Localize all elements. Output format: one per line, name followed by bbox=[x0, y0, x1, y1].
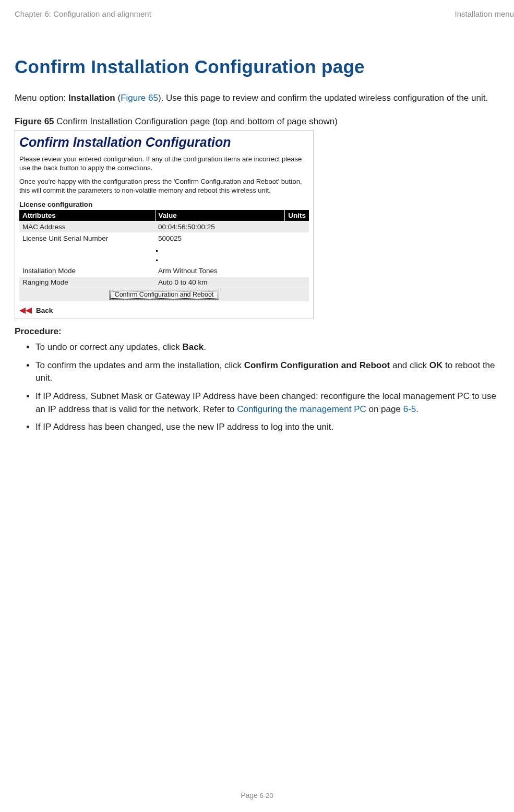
page-title: Confirm Installation Configuration page bbox=[15, 56, 499, 77]
list-item: To undo or correct any updates, click Ba… bbox=[35, 341, 499, 354]
cell-val: 00:04:56:50:00:25 bbox=[155, 221, 285, 233]
li-link[interactable]: 6-5 bbox=[403, 404, 416, 414]
intro-prefix: Menu option: bbox=[15, 93, 68, 103]
config-table-top: Attributes Value Units MAC Address 00:04… bbox=[19, 210, 309, 244]
cell-val: Auto 0 to 40 km bbox=[155, 277, 285, 288]
table-row: License Unit Serial Number 500025 bbox=[19, 233, 309, 244]
li-text: . bbox=[416, 404, 419, 414]
li-bold: Confirm Configuration and Reboot bbox=[244, 360, 390, 370]
cell-attr: MAC Address bbox=[19, 221, 155, 233]
cell-attr: Ranging Mode bbox=[19, 277, 155, 288]
li-text: and click bbox=[390, 360, 429, 370]
li-text: To undo or correct any updates, click bbox=[35, 342, 183, 352]
procedure-list: To undo or correct any updates, click Ba… bbox=[15, 341, 499, 434]
table-header-row: Attributes Value Units bbox=[19, 210, 309, 221]
cell-unit bbox=[285, 221, 309, 233]
cell-val: Arm Without Tones bbox=[155, 265, 285, 277]
list-item: If IP Address has been changed, use the … bbox=[35, 421, 499, 434]
intro-mid: ( bbox=[115, 93, 121, 103]
cell-unit bbox=[285, 233, 309, 244]
li-text: To confirm the updates and arm the insta… bbox=[35, 360, 244, 370]
intro-link[interactable]: Figure 65 bbox=[121, 93, 158, 103]
cell-val: 500025 bbox=[155, 233, 285, 244]
panel-title: Confirm Installation Configuration bbox=[19, 135, 309, 150]
cell-unit bbox=[285, 265, 309, 277]
back-link[interactable]: Back bbox=[19, 307, 309, 314]
table-row: Ranging Mode Auto 0 to 40 km bbox=[19, 277, 309, 288]
figure-caption: Figure 65 Confirm Installation Configura… bbox=[15, 116, 499, 127]
svg-marker-1 bbox=[26, 308, 32, 314]
li-bold: OK bbox=[429, 360, 443, 370]
truncation-dots bbox=[19, 244, 309, 265]
procedure-heading: Procedure: bbox=[15, 326, 499, 337]
svg-marker-0 bbox=[19, 308, 26, 314]
figure-caption-text: Confirm Installation Configuration page … bbox=[54, 116, 338, 126]
config-table-bottom: Installation Mode Arm Without Tones Rang… bbox=[19, 265, 309, 301]
table-row: Installation Mode Arm Without Tones bbox=[19, 265, 309, 277]
figure-label: Figure 65 bbox=[15, 116, 54, 126]
list-item: If IP Address, Subnet Mask or Gateway IP… bbox=[35, 390, 499, 416]
cell-attr: License Unit Serial Number bbox=[19, 233, 155, 244]
li-text: . bbox=[204, 342, 206, 352]
footer-page-number: 6-20 bbox=[260, 792, 273, 799]
back-arrows-icon bbox=[19, 307, 33, 314]
footer-label: Page bbox=[241, 791, 260, 799]
intro-bold: Installation bbox=[68, 93, 115, 103]
header-right: Installation menu bbox=[455, 9, 514, 18]
cell-attr: Installation Mode bbox=[19, 265, 155, 277]
table-row: MAC Address 00:04:56:50:00:25 bbox=[19, 221, 309, 233]
intro-suffix: ). Use this page to review and confirm t… bbox=[158, 93, 488, 103]
intro-paragraph: Menu option: Installation (Figure 65). U… bbox=[15, 92, 499, 105]
panel-p1: Please review your entered configuration… bbox=[19, 155, 309, 173]
main-content: Confirm Installation Configuration page … bbox=[15, 56, 499, 434]
back-label: Back bbox=[36, 307, 53, 314]
header-left: Chapter 6: Configuration and alignment bbox=[15, 9, 151, 18]
figure-box: Confirm Installation Configuration Pleas… bbox=[15, 130, 314, 320]
li-text: If IP Address has been changed, use the … bbox=[35, 422, 333, 432]
li-text: on page bbox=[366, 404, 403, 414]
page-footer: Page 6-20 bbox=[0, 791, 514, 799]
list-item: To confirm the updates and arm the insta… bbox=[35, 359, 499, 385]
li-bold: Back bbox=[183, 342, 204, 352]
section-label: License configuration bbox=[19, 201, 309, 208]
button-row: Confirm Configuration and Reboot bbox=[19, 288, 309, 302]
panel-p2: Once you're happy with the configuration… bbox=[19, 178, 309, 195]
confirm-reboot-button[interactable]: Confirm Configuration and Reboot bbox=[109, 290, 220, 300]
th-units: Units bbox=[285, 210, 309, 221]
th-value: Value bbox=[155, 210, 285, 221]
li-link[interactable]: Configuring the management PC bbox=[237, 404, 366, 414]
th-attributes: Attributes bbox=[19, 210, 155, 221]
cell-unit bbox=[285, 277, 309, 288]
